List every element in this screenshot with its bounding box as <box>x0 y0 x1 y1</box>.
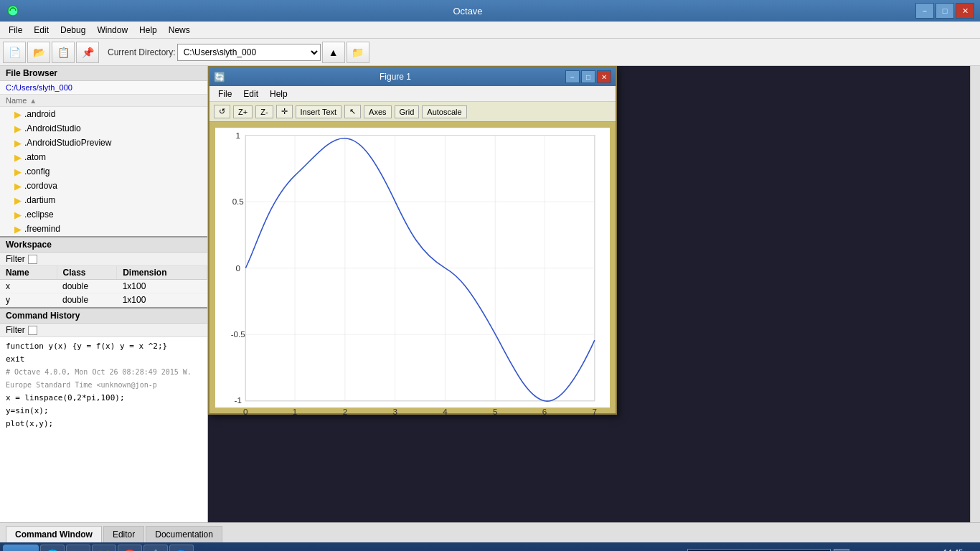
list-item[interactable]: ▶ .AndroidStudioPreview <box>0 136 207 150</box>
figure-toolbar: ↺ Z+ Z- ✛ Insert Text ↖ Axes Grid Autosc… <box>209 102 616 122</box>
zoom-in-button[interactable]: Z+ <box>233 105 253 118</box>
list-item[interactable]: ▶ .dartium <box>0 193 207 207</box>
taskbar: ⊞ 🌐 ⊕ 🦊 🔴 📋 🔵 Address ↻ | Desktop ENG 14… <box>0 542 980 551</box>
fig-menu-edit[interactable]: Edit <box>237 88 264 100</box>
menu-window[interactable]: Window <box>91 24 133 37</box>
nav-up-button[interactable]: ▲ <box>322 42 345 63</box>
taskbar-icon-opera[interactable]: 🔴 <box>118 545 142 551</box>
figure-menu: File Edit Help <box>209 86 616 102</box>
figure-minimize-button[interactable]: − <box>565 70 580 83</box>
cmd-history-filter-row: Filter <box>0 324 207 337</box>
svg-text:1: 1 <box>293 407 297 416</box>
pointer-button[interactable]: ↖ <box>344 105 361 118</box>
cmd-entry[interactable]: x = linspace(0,2*pi,100); <box>6 392 202 405</box>
workspace-filter-checkbox[interactable] <box>28 255 37 264</box>
taskbar-icon-explorer[interactable]: 📋 <box>143 545 168 551</box>
fig-menu-help[interactable]: Help <box>264 88 293 100</box>
table-row[interactable]: x double 1x100 <box>0 280 207 293</box>
taskbar-right: Address ↻ | Desktop ENG 14:45 26/10/2015 <box>653 548 977 551</box>
terminal-scrollbar[interactable] <box>970 66 980 522</box>
list-item[interactable]: ▶ .android <box>0 107 207 121</box>
svg-text:-0.5: -0.5 <box>231 329 245 339</box>
folder-icon: ▶ <box>14 138 22 149</box>
var-name: y <box>0 293 57 307</box>
folder-icon: ▶ <box>14 152 22 163</box>
list-item[interactable]: ▶ .freemind <box>0 222 207 236</box>
workspace-table: Name Class Dimension x double 1x100 y do… <box>0 266 207 307</box>
tab-editor[interactable]: Editor <box>103 526 144 542</box>
taskbar-icon-chrome[interactable]: 🔵 <box>169 545 194 551</box>
close-button[interactable]: ✕ <box>956 3 974 19</box>
zoom-out-button[interactable]: Z- <box>255 105 273 118</box>
autoscale-button[interactable]: Autoscale <box>422 105 466 118</box>
folder-icon: ▶ <box>14 224 22 235</box>
cmd-entry[interactable]: y=sin(x); <box>6 405 202 418</box>
file-list: ▶ .android ▶ .AndroidStudio ▶ .AndroidSt… <box>0 107 207 236</box>
menu-debug[interactable]: Debug <box>55 24 91 37</box>
open-folder-button[interactable]: 📁 <box>347 42 369 63</box>
list-item[interactable]: ▶ .AndroidStudio <box>0 121 207 136</box>
file-item-label: .AndroidStudioPreview <box>24 138 111 148</box>
grid-button[interactable]: Grid <box>395 105 420 118</box>
tab-command-window[interactable]: Command Window <box>6 526 102 542</box>
workspace-label: Workspace <box>6 240 52 250</box>
list-item[interactable]: ▶ .config <box>0 164 207 179</box>
move-button[interactable]: ✛ <box>276 105 293 118</box>
file-item-label: .AndroidStudio <box>24 123 81 133</box>
svg-text:0.5: 0.5 <box>232 197 244 206</box>
menu-edit[interactable]: Edit <box>28 24 55 37</box>
menu-help[interactable]: Help <box>133 24 163 37</box>
table-row[interactable]: y double 1x100 <box>0 293 207 307</box>
file-list-header: Name ▲ <box>0 95 207 107</box>
insert-text-button[interactable]: Insert Text <box>296 105 342 118</box>
new-file-button[interactable]: 📄 <box>3 42 26 63</box>
taskbar-icon-firefox[interactable]: 🦊 <box>92 545 116 551</box>
tab-documentation[interactable]: Documentation <box>146 526 222 542</box>
workspace-panel: Workspace Filter Name Class Dimension x <box>0 237 207 309</box>
cmd-filter-checkbox[interactable] <box>28 326 37 335</box>
list-item[interactable]: ▶ .eclipse <box>0 207 207 222</box>
cmd-history-title: Command History <box>0 309 207 324</box>
file-item-label: .dartium <box>24 195 55 205</box>
taskbar-icon-2[interactable]: ⊕ <box>66 545 90 551</box>
main-toolbar: 📄 📂 📋 📌 Current Directory: C:\Users\slyt… <box>0 39 980 66</box>
taskbar-icon-ie[interactable]: 🌐 <box>40 545 65 551</box>
figure-maximize-button[interactable]: □ <box>581 70 595 83</box>
cmd-entry[interactable]: function y(x) {y = f(x) y = x ^2;} <box>6 340 202 353</box>
cmd-entry[interactable]: # Octave 4.0.0, Mon Oct 26 08:28:49 2015… <box>6 366 202 392</box>
figure-title: Figure 1 <box>225 72 565 82</box>
open-file-button[interactable]: 📂 <box>27 42 50 63</box>
svg-text:0: 0 <box>243 407 248 416</box>
list-item[interactable]: ▶ .cordova <box>0 179 207 193</box>
cmd-entry[interactable]: exit <box>6 353 202 366</box>
col-header-class: Class <box>57 266 117 280</box>
file-item-label: .cordova <box>24 181 57 191</box>
figure-close-button[interactable]: ✕ <box>597 70 611 83</box>
menu-news[interactable]: News <box>163 24 196 37</box>
paste-button[interactable]: 📌 <box>76 42 99 63</box>
cmd-entry[interactable]: plot(x,y); <box>6 418 202 430</box>
var-class: double <box>57 280 117 293</box>
maximize-button[interactable]: □ <box>936 3 954 19</box>
start-button[interactable]: ⊞ <box>3 545 39 551</box>
current-dir-label: Current Directory: <box>108 47 176 57</box>
command-history-panel: Command History Filter function y(x) {y … <box>0 309 207 522</box>
menu-file[interactable]: File <box>3 24 28 37</box>
list-item[interactable]: ▶ .atom <box>0 150 207 164</box>
figure-window-controls: − □ ✕ <box>565 70 611 83</box>
fig-menu-file[interactable]: File <box>212 88 237 100</box>
svg-text:1: 1 <box>235 131 240 140</box>
folder-icon: ▶ <box>14 166 22 177</box>
rotate-button[interactable]: ↺ <box>214 105 230 118</box>
svg-text:4: 4 <box>443 407 448 416</box>
workspace-title: Workspace <box>0 237 207 253</box>
clock-time: 14:45 <box>933 548 973 551</box>
svg-text:-1: -1 <box>235 395 242 405</box>
axes-button[interactable]: Axes <box>364 105 391 118</box>
folder-icon: ▶ <box>14 109 22 120</box>
folder-icon: ▶ <box>14 195 22 206</box>
minimize-button[interactable]: − <box>915 3 934 19</box>
workspace-filter-row: Filter <box>0 253 207 266</box>
current-dir-dropdown[interactable]: C:\Users\slyth_000 <box>177 44 321 61</box>
copy-button[interactable]: 📋 <box>52 42 75 63</box>
